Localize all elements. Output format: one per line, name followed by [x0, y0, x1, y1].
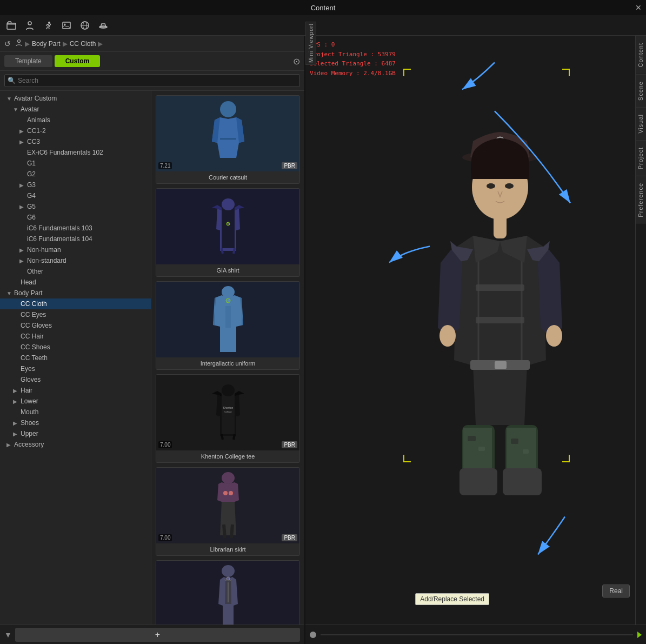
add-replace-tooltip: Add/Replace Selected	[415, 593, 489, 605]
tree-item-g4[interactable]: G4	[0, 190, 151, 201]
items-panel: 7.21 PBR Courier catsuit	[151, 91, 304, 625]
tree-item-ic6-103[interactable]: iC6 Fundamentals 103	[0, 223, 151, 234]
hat-icon[interactable]	[96, 18, 110, 32]
side-tab-visual[interactable]: Visual	[636, 107, 646, 140]
side-tab-project[interactable]: Project	[636, 140, 646, 176]
item-name-college-tee: Khenton College tee	[156, 450, 299, 462]
tree-item-exic6[interactable]: EX-iC6 Fundamentals 102	[0, 147, 151, 158]
svg-rect-29	[468, 436, 476, 441]
arrow-cc-shoes	[13, 344, 18, 350]
real-button[interactable]: Real	[602, 585, 630, 597]
list-item[interactable]: 7.00 PBR Librarian skirt	[156, 467, 300, 556]
tree-item-ic6-104[interactable]: iC6 Fundamentals 104	[0, 234, 151, 244]
tree-item-g2[interactable]: G2	[0, 169, 151, 180]
tree-item-head[interactable]: Head	[0, 277, 151, 288]
search-input[interactable]	[4, 74, 300, 87]
add-button[interactable]: +	[15, 628, 300, 642]
svg-point-42	[505, 183, 514, 189]
tabs-bar: Template Custom ⊙	[0, 52, 304, 71]
tree-label-cc1-2: CC1-2	[27, 127, 46, 135]
viewport-area[interactable]: FPS : 0 Project Triangle : 53979 Selecte…	[305, 36, 646, 625]
tree-item-cc1-2[interactable]: ▶ CC1-2	[0, 125, 151, 136]
tree-item-other[interactable]: Other	[0, 266, 151, 277]
tree-item-g5[interactable]: ▶ G5	[0, 201, 151, 212]
tree-item-g3[interactable]: ▶ G3	[0, 180, 151, 190]
list-item[interactable]: Intergallactic uniform	[156, 281, 300, 370]
timeline-end-marker	[637, 632, 642, 638]
side-tab-content[interactable]: Content	[636, 36, 646, 74]
tree-item-shoes[interactable]: ▶ Shoes	[0, 417, 151, 428]
side-tab-scene[interactable]: Scene	[636, 74, 646, 107]
tree-label-g1: G1	[27, 160, 36, 167]
version-badge: 7.00	[158, 441, 172, 448]
svg-point-12	[227, 222, 230, 225]
tree-label-shoes: Shoes	[21, 419, 39, 427]
pbr-badge: PBR	[282, 162, 297, 169]
tree-item-avatar-custom[interactable]: ▼ Avatar Custom	[0, 93, 151, 104]
tree-label-cc-hair: CC Hair	[21, 333, 44, 340]
back-button[interactable]: ↺	[4, 39, 11, 48]
tree-label-upper: Upper	[21, 430, 38, 437]
close-button[interactable]: ✕	[635, 3, 642, 12]
tree-item-g1[interactable]: G1	[0, 158, 151, 169]
tree-panel: ▼ Avatar Custom ▼ Avatar Animals ▶ CC1-2…	[0, 91, 151, 625]
folder-icon[interactable]	[4, 18, 18, 32]
tree-label-cc3: CC3	[27, 138, 40, 145]
title-bar: Content ✕	[0, 0, 646, 15]
hud-selected-tri: Selected Triangle : 6487	[310, 59, 396, 69]
side-tab-preference[interactable]: Preference	[636, 176, 646, 224]
tree-item-cc-teeth[interactable]: CC Teeth	[0, 353, 151, 363]
item-name-intergalactic-uniform: Intergallactic uniform	[156, 357, 299, 369]
tree-item-body-part[interactable]: ▼ Body Part	[0, 288, 151, 298]
tree-item-cc-gloves[interactable]: CC Gloves	[0, 320, 151, 331]
timeline-playhead[interactable]	[310, 632, 316, 638]
run-icon[interactable]	[41, 18, 55, 32]
arrow-avatar: ▼	[13, 107, 18, 112]
svg-rect-15	[222, 384, 235, 396]
tabs-options-icon[interactable]: ⊙	[293, 56, 300, 67]
tree-item-gloves[interactable]: Gloves	[0, 374, 151, 385]
arrow-mouth	[13, 409, 18, 415]
list-item[interactable]: GIA shirt	[156, 188, 300, 277]
tree-label-exic6: EX-iC6 Fundamentals 102	[27, 149, 103, 156]
list-item[interactable]: Khenton College 7.00 PBR Khenton College…	[156, 374, 300, 463]
tree-item-avatar[interactable]: ▼ Avatar	[0, 104, 151, 115]
arrow-animals	[19, 117, 25, 123]
tree-item-nonstandard[interactable]: ▶ Non-standard	[0, 255, 151, 266]
tree-item-accessory[interactable]: ▶ Accessory	[0, 439, 151, 450]
tree-item-eyes[interactable]: Eyes	[0, 363, 151, 374]
timeline-track[interactable]	[321, 634, 633, 635]
tree-item-hair[interactable]: ▶ Hair	[0, 385, 151, 396]
breadcrumb-body-part[interactable]: Body Part	[32, 40, 61, 48]
list-item[interactable]: 7.00 PBR Librarian vest	[156, 560, 300, 625]
image-icon[interactable]	[59, 18, 74, 32]
breadcrumb-sep-3: ▶	[98, 40, 103, 48]
hud-fps: FPS : 0	[310, 40, 396, 50]
tree-item-cc-hair[interactable]: CC Hair	[0, 331, 151, 342]
svg-point-14	[226, 298, 230, 303]
arrow-body-part: ▼	[6, 290, 12, 296]
breadcrumb-cc-cloth[interactable]: CC Cloth	[70, 40, 96, 48]
tree-item-cc-shoes[interactable]: CC Shoes	[0, 342, 151, 353]
tree-item-nonhuman[interactable]: ▶ Non-human	[0, 244, 151, 255]
tree-item-cc-eyes[interactable]: CC Eyes	[0, 309, 151, 320]
tree-item-upper[interactable]: ▶ Upper	[0, 428, 151, 439]
scroll-left-icon[interactable]: ▼	[4, 630, 12, 639]
tree-item-lower[interactable]: ▶ Lower	[0, 396, 151, 407]
person-icon[interactable]	[23, 18, 37, 32]
tree-label-g4: G4	[27, 192, 36, 200]
globe-icon[interactable]	[78, 18, 92, 32]
tree-item-mouth[interactable]: Mouth	[0, 407, 151, 417]
tab-custom[interactable]: Custom	[55, 55, 101, 67]
mini-viewport-tab[interactable]: Mini Viewport	[305, 36, 316, 65]
tree-item-g6[interactable]: G6	[0, 212, 151, 223]
tree-item-cc-cloth[interactable]: CC Cloth	[0, 298, 151, 309]
tab-template[interactable]: Template	[4, 55, 52, 67]
tree-item-cc3[interactable]: ▶ CC3	[0, 136, 151, 147]
tree-label-g5: G5	[27, 203, 36, 210]
tree-label-ic6-103: iC6 Fundamentals 103	[27, 224, 92, 232]
pbr-badge: PBR	[282, 441, 297, 448]
list-item[interactable]: 7.21 PBR Courier catsuit	[156, 95, 300, 184]
item-name-gia-shirt: GIA shirt	[156, 264, 299, 276]
tree-item-animals[interactable]: Animals	[0, 115, 151, 125]
